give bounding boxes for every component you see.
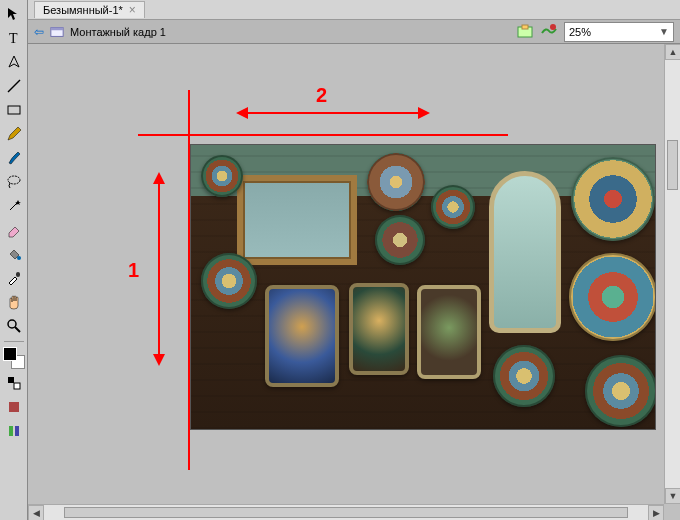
wand-tool[interactable] bbox=[3, 195, 25, 217]
zoom-tool[interactable] bbox=[3, 315, 25, 337]
svg-rect-9 bbox=[8, 377, 14, 383]
svg-point-5 bbox=[17, 256, 21, 260]
svg-point-3 bbox=[8, 176, 20, 184]
mode-a-icon[interactable] bbox=[3, 396, 25, 418]
toolbox: T bbox=[0, 0, 28, 520]
svg-line-4 bbox=[10, 202, 18, 210]
move-tool[interactable] bbox=[3, 3, 25, 25]
svg-rect-15 bbox=[51, 27, 63, 30]
svg-rect-13 bbox=[15, 426, 19, 436]
horizontal-scrollbar[interactable]: ◀ ▶ bbox=[28, 504, 664, 520]
pen-tool[interactable] bbox=[3, 51, 25, 73]
svg-point-7 bbox=[8, 320, 16, 328]
rect-tool[interactable] bbox=[3, 99, 25, 121]
scene-icon bbox=[50, 25, 64, 39]
separator bbox=[4, 341, 24, 342]
scene-icon-b[interactable] bbox=[540, 23, 558, 41]
hand-tool[interactable] bbox=[3, 291, 25, 313]
swatch-toggle[interactable] bbox=[3, 372, 25, 394]
svg-rect-10 bbox=[14, 383, 20, 389]
close-icon[interactable]: × bbox=[129, 4, 136, 16]
scroll-up-icon[interactable]: ▲ bbox=[665, 44, 680, 60]
svg-rect-6 bbox=[16, 272, 20, 277]
svg-text:T: T bbox=[9, 31, 18, 46]
text-tool[interactable]: T bbox=[3, 27, 25, 49]
svg-rect-12 bbox=[9, 426, 13, 436]
color-swatch[interactable] bbox=[3, 347, 25, 369]
zoom-value: 25% bbox=[569, 26, 591, 38]
annotation-label-2: 2 bbox=[316, 84, 327, 107]
svg-rect-11 bbox=[9, 402, 19, 412]
canvas-image bbox=[190, 144, 656, 430]
svg-rect-2 bbox=[8, 106, 20, 114]
chevron-down-icon: ▼ bbox=[659, 26, 669, 37]
scroll-thumb[interactable] bbox=[667, 140, 678, 190]
vertical-scrollbar[interactable]: ▲ ▼ bbox=[664, 44, 680, 504]
brush-tool[interactable] bbox=[3, 147, 25, 169]
annotation-label-1: 1 bbox=[128, 259, 139, 282]
canvas-area: 1 2 ▲ ▼ ◀ ▶ bbox=[28, 44, 680, 520]
document-header: ⇦ Монтажный кадр 1 25% ▼ bbox=[28, 20, 680, 44]
svg-line-8 bbox=[15, 327, 20, 332]
tab-label: Безымянный-1* bbox=[43, 4, 123, 16]
arrow-vertical bbox=[158, 174, 160, 364]
eyedrop-tool[interactable] bbox=[3, 267, 25, 289]
scroll-right-icon[interactable]: ▶ bbox=[648, 505, 664, 520]
guide-horizontal bbox=[138, 134, 508, 136]
eraser-tool[interactable] bbox=[3, 219, 25, 241]
svg-line-1 bbox=[8, 80, 20, 92]
scene-title: Монтажный кадр 1 bbox=[70, 26, 166, 38]
document-tab[interactable]: Безымянный-1* × bbox=[34, 1, 145, 18]
scroll-left-icon[interactable]: ◀ bbox=[28, 505, 44, 520]
line-tool[interactable] bbox=[3, 75, 25, 97]
svg-rect-17 bbox=[522, 25, 528, 29]
mode-b-icon[interactable] bbox=[3, 420, 25, 442]
back-icon[interactable]: ⇦ bbox=[34, 25, 44, 39]
scene-icon-a[interactable] bbox=[516, 23, 534, 41]
svg-point-18 bbox=[550, 24, 556, 30]
lasso-tool[interactable] bbox=[3, 171, 25, 193]
arrow-horizontal bbox=[238, 112, 428, 114]
bucket-tool[interactable] bbox=[3, 243, 25, 265]
pencil-tool[interactable] bbox=[3, 123, 25, 145]
zoom-select[interactable]: 25% ▼ bbox=[564, 22, 674, 42]
scroll-thumb[interactable] bbox=[64, 507, 628, 518]
guide-vertical bbox=[188, 90, 190, 470]
tab-bar: Безымянный-1* × bbox=[0, 0, 680, 20]
scroll-down-icon[interactable]: ▼ bbox=[665, 488, 680, 504]
